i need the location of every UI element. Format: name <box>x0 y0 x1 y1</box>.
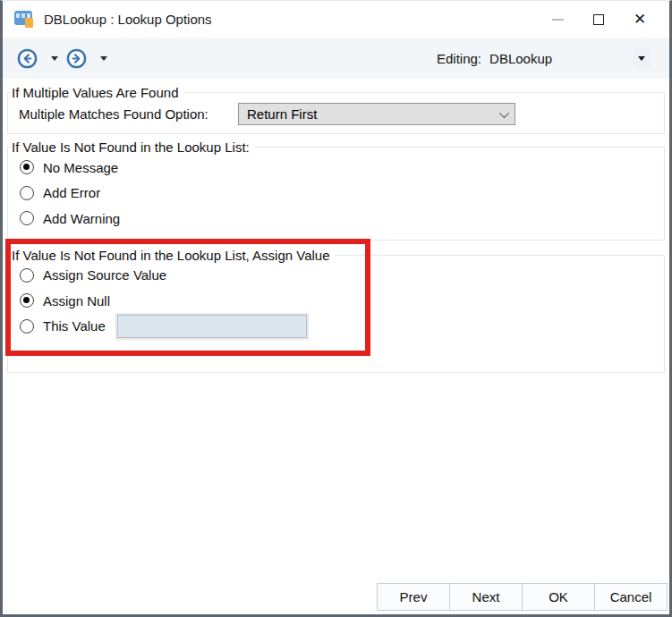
maximize-icon <box>593 14 604 25</box>
title-bar: DBLookup : Lookup Options ✕ <box>3 1 669 38</box>
radio-add-error[interactable]: Add Error <box>20 181 657 207</box>
radio-assign-null[interactable]: Assign Null <box>20 288 657 314</box>
dialog-window: DBLookup : Lookup Options ✕ <box>0 0 672 617</box>
cancel-button[interactable]: Cancel <box>594 583 668 611</box>
radio-assign-source-value[interactable]: Assign Source Value <box>20 263 657 289</box>
group-not-found-assign-title: If Value Is Not Found in the Lookup List… <box>12 248 335 263</box>
app-icon <box>14 11 35 29</box>
radio-icon <box>20 186 34 200</box>
close-icon: ✕ <box>634 12 646 27</box>
close-button[interactable]: ✕ <box>619 1 660 38</box>
radio-icon <box>20 293 34 308</box>
editing-value: DBLookup <box>489 51 552 66</box>
multiple-matches-label: Multiple Matches Found Option: <box>19 106 238 122</box>
forward-dropdown-caret[interactable] <box>100 56 107 61</box>
prev-button[interactable]: Prev <box>377 583 450 611</box>
toolbar: Editing: DBLookup <box>3 38 669 79</box>
chevron-down-icon <box>499 107 509 117</box>
minimize-icon <box>552 19 564 21</box>
back-button[interactable] <box>17 48 38 69</box>
radio-no-message[interactable]: No Message <box>20 155 657 181</box>
radio-icon <box>20 268 34 283</box>
this-value-input[interactable] <box>117 315 307 338</box>
radio-icon <box>20 160 34 174</box>
maximize-button[interactable] <box>578 1 619 38</box>
window-controls: ✕ <box>537 1 669 38</box>
editing-dropdown[interactable]: Editing: DBLookup <box>437 46 657 70</box>
radio-add-warning[interactable]: Add Warning <box>20 206 657 232</box>
window-title: DBLookup : Lookup Options <box>44 12 212 27</box>
back-arrow-icon <box>17 48 38 69</box>
next-button[interactable]: Next <box>449 583 523 611</box>
radio-this-value[interactable]: This Value <box>20 314 657 340</box>
multiple-matches-dropdown-value: Return First <box>247 106 317 122</box>
chevron-down-icon <box>638 56 645 61</box>
back-dropdown-caret[interactable] <box>51 56 58 61</box>
group-multiple-values: If Multiple Values Are Found Multiple Ma… <box>7 85 665 134</box>
group-not-found-message: If Value Is Not Found in the Lookup List… <box>7 139 665 241</box>
footer-button-bar: Prev Next OK Cancel <box>378 583 668 611</box>
group-not-found-assign: If Value Is Not Found in the Lookup List… <box>7 248 665 373</box>
group-not-found-message-title: If Value Is Not Found in the Lookup List… <box>12 139 254 155</box>
multiple-matches-dropdown[interactable]: Return First <box>238 103 515 125</box>
forward-button[interactable] <box>66 48 87 69</box>
ok-button[interactable]: OK <box>522 583 595 611</box>
radio-icon <box>20 319 34 334</box>
radio-icon <box>20 211 34 225</box>
minimize-button[interactable] <box>537 1 578 38</box>
forward-arrow-icon <box>66 48 87 69</box>
group-multiple-values-title: If Multiple Values Are Found <box>12 85 183 100</box>
editing-label: Editing: <box>437 51 481 66</box>
